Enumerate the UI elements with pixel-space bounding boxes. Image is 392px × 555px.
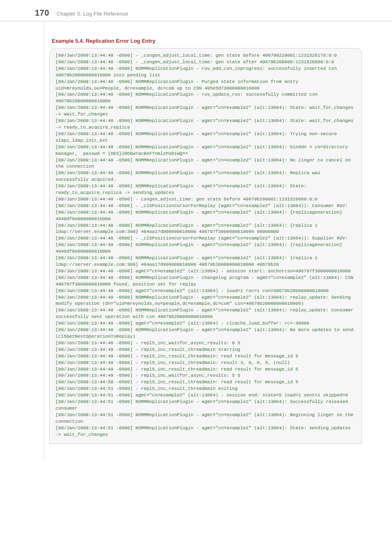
- page-number: 170: [35, 8, 49, 18]
- example-title: Example 5.4. Replication Error Log Entry: [52, 38, 374, 44]
- page-content: Example 5.4. Replication Error Log Entry…: [44, 21, 374, 461]
- chapter-title: Chapter 5. Log File Reference: [57, 11, 128, 17]
- page-header: 170 Chapter 5. Log File Reference: [0, 0, 392, 21]
- log-code-block: [09/Jan/2009:13:44:48 -0500] - _csngen_a…: [49, 48, 362, 444]
- page-container: 170 Chapter 5. Log File Reference Exampl…: [0, 0, 392, 461]
